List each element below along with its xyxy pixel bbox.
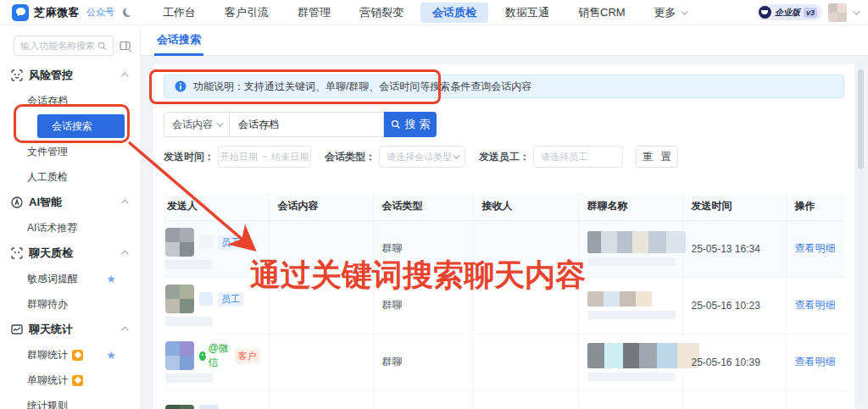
avatar[interactable] (828, 3, 847, 22)
sender-tag: 员工 (218, 292, 243, 307)
sidebar-search-input[interactable]: 输入功能名称搜索 (14, 36, 114, 56)
scrollbar-track (858, 59, 864, 405)
nav-item-workbench[interactable]: 工作台 (151, 3, 208, 23)
blurred-sender-name (199, 405, 218, 409)
sidebar-item-session-archive[interactable]: 会话存档 (0, 88, 140, 113)
dark-mode-icon[interactable] (123, 8, 132, 17)
plan-badge[interactable]: 企业版 v3 (757, 4, 822, 20)
plan-crown-icon (759, 6, 771, 19)
sidebar-item-label: AI话术推荐 (27, 221, 77, 235)
blurred-subtext (587, 373, 676, 381)
tab-session-search[interactable]: 会话搜索 (154, 25, 203, 56)
table-row: @微信客户 群聊 25-05-16 10:39 查看明细 (164, 334, 844, 390)
chevron-up-icon (121, 250, 128, 257)
favorite-star-icon[interactable]: ★ (106, 273, 116, 285)
nav-item-more[interactable]: 更多 (643, 3, 698, 23)
date-separator: ~ (262, 152, 267, 162)
staff-placeholder: 请选择员工 (541, 151, 587, 163)
nav-item-group-management[interactable]: 群管理 (286, 3, 342, 23)
sender-avatar (165, 341, 194, 370)
sidebar-item-label: 会话搜索 (52, 119, 92, 134)
chat-qc-icon (11, 247, 23, 259)
keyword-search-row: 会话内容 会话存档 搜 索 (164, 112, 844, 137)
sidebar: 输入功能名称搜索 风险管控 会话存档 会话搜索 文件管理 人工质检 AI智能 (0, 25, 141, 409)
view-detail-link[interactable]: 查看明细 (795, 356, 836, 368)
chevron-up-icon (121, 72, 128, 79)
col-content: 会话内容 (269, 193, 373, 220)
nav-item-customer-acquisition[interactable]: 客户引流 (213, 3, 281, 23)
sidebar-group-chat-qc[interactable]: 聊天质检 (0, 240, 140, 266)
blurred-group-name (587, 231, 686, 253)
vip-badge-icon (72, 375, 83, 386)
session-type-label: 会话类型： (325, 150, 376, 164)
sidebar-item-manual-qc[interactable]: 人工质检 (0, 164, 140, 190)
sidebar-item-session-search[interactable]: 会话搜索 (37, 114, 125, 138)
sidebar-item-label: 敏感词提醒 (27, 272, 78, 286)
favorite-star-icon[interactable]: ★ (106, 349, 116, 362)
view-detail-link[interactable]: 查看明细 (795, 242, 836, 254)
blurred-subtext (165, 373, 213, 383)
time-cell: 25-05-13 16:34 (682, 220, 786, 277)
nav-item-data-exchange[interactable]: 数据互通 (493, 3, 561, 23)
public-account-link[interactable]: 公众号 (86, 6, 114, 19)
keyword-input[interactable]: 会话存档 (230, 112, 384, 137)
view-detail-link[interactable]: 查看明细 (795, 299, 836, 311)
session-type-select[interactable]: 请选择会话类型 (379, 146, 465, 168)
sidebar-group-risk-control[interactable]: 风险管控 (0, 63, 140, 88)
search-icon (391, 119, 401, 130)
type-cell (373, 390, 473, 409)
search-field-select[interactable]: 会话内容 (164, 112, 230, 137)
sidebar-item-label: 统计规则 (27, 399, 68, 409)
nav-more-label: 更多 (654, 5, 676, 20)
sidebar-item-group-todo[interactable]: 群聊待办 (0, 291, 140, 317)
brand-name: 芝麻微客 (34, 5, 80, 20)
col-type: 会话类型 (373, 193, 473, 220)
sidebar-item-label: 单聊统计 (27, 373, 68, 388)
wechat-icon (199, 351, 206, 361)
sidebar-group-ai[interactable]: AI智能 (0, 190, 140, 215)
blurred-subtext (165, 260, 213, 269)
sidebar-item-stats-rules[interactable]: 统计规则 (0, 393, 140, 409)
sidebar-group-chat-stats[interactable]: 聊天统计 (0, 317, 140, 342)
blurred-sender-name (199, 235, 213, 249)
reset-button-label: 重 置 (643, 150, 673, 164)
table-row-partial (164, 390, 844, 409)
sender-avatar (165, 228, 194, 257)
brand-area: 芝麻微客 公众号 (0, 4, 141, 21)
plan-version-badge: v3 (804, 8, 817, 18)
sender-avatar (165, 285, 194, 313)
info-banner-text: 功能说明：支持通过关键词、单聊/群聊、会话时间等搜索条件查询会话内容 (193, 80, 531, 94)
scrollbar-thumb[interactable] (858, 69, 864, 169)
sidebar-item-ai-script[interactable]: AI话术推荐 (0, 215, 140, 240)
reset-button[interactable]: 重 置 (636, 146, 678, 168)
date-range-input[interactable]: 开始日期 ~ 结束日期 (218, 146, 311, 168)
content-card: 功能说明：支持通过关键词、单聊/群聊、会话时间等搜索条件查询会话内容 会话内容 … (153, 64, 854, 409)
user-menu-chevron-icon[interactable] (853, 8, 860, 14)
type-cell: 群聊 (373, 277, 473, 334)
col-receiver: 接收人 (473, 193, 578, 220)
sidebar-active-row: 会话搜索 (0, 113, 140, 139)
search-button[interactable]: 搜 索 (384, 112, 437, 137)
scan-face-icon (11, 69, 23, 81)
staff-label: 发送员工： (479, 150, 530, 164)
stats-icon (11, 323, 23, 335)
top-nav: 工作台 客户引流 群管理 营销裂变 会话质检 数据互通 销售CRM 更多 (141, 3, 757, 23)
chevron-up-icon (121, 326, 128, 333)
blurred-subtext (587, 257, 676, 266)
collapse-panel-icon[interactable] (120, 41, 131, 52)
chevron-down-icon (216, 119, 223, 126)
staff-input[interactable]: 请选择员工 (533, 146, 623, 168)
sidebar-item-single-stats[interactable]: 单聊统计 (0, 368, 140, 393)
nav-item-session-qc[interactable]: 会话质检 (420, 3, 488, 23)
sidebar-item-file-management[interactable]: 文件管理 (0, 139, 140, 164)
type-cell: 群聊 (373, 220, 473, 277)
col-group-name: 群聊名称 (578, 193, 682, 220)
app-logo-icon (12, 4, 29, 21)
sidebar-group-label: AI智能 (29, 195, 62, 210)
chevron-down-icon (453, 152, 459, 158)
sidebar-item-sensitive-words[interactable]: 敏感词提醒 ★ (0, 266, 140, 291)
nav-item-marketing-fission[interactable]: 营销裂变 (348, 3, 415, 23)
sidebar-item-group-stats[interactable]: 群聊统计 ★ (0, 342, 140, 368)
plan-label: 企业版 (775, 7, 800, 19)
nav-item-sales-crm[interactable]: 销售CRM (566, 3, 637, 23)
